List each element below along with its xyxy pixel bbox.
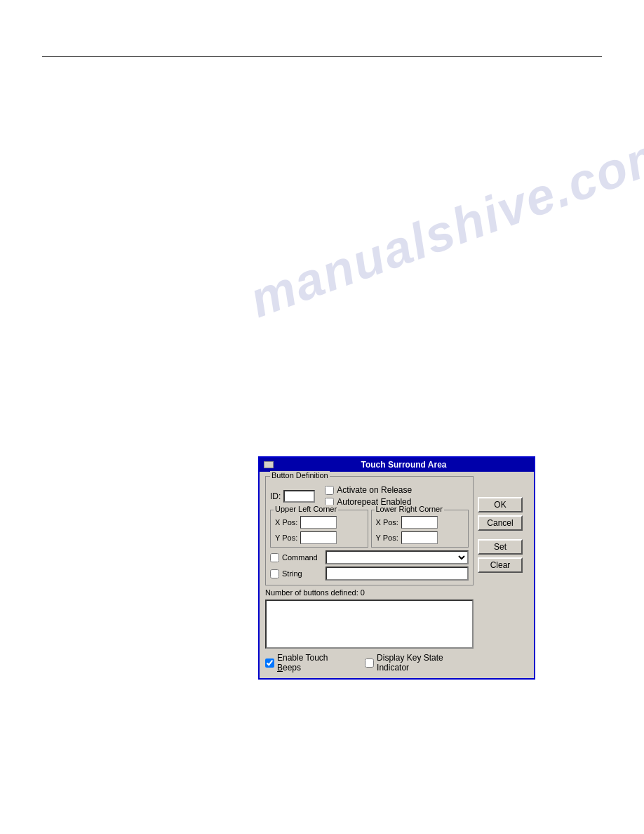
dialog-window: Touch Surround Area OK Cancel Set Clear … [258,456,535,680]
buttons-list [265,600,474,649]
upper-left-corner-group: Upper Left Corner X Pos: Y Pos: [270,510,368,548]
display-key-state-label: Display Key State Indicator [377,653,474,673]
upper-left-title: Upper Left Corner [274,505,338,513]
ok-button[interactable]: OK [478,497,523,512]
checkboxes-col: Activate on Release Autorepeat Enabled [325,485,412,507]
lrc-y-row: Y Pos: [376,531,464,544]
lrc-x-input[interactable] [401,516,438,529]
ulc-y-row: Y Pos: [275,531,363,544]
command-row: Command [270,550,469,564]
ulc-x-input[interactable] [300,516,337,529]
string-input[interactable] [326,567,469,581]
command-checkbox[interactable] [270,553,279,562]
button-definition-title: Button Definition [270,471,330,479]
ulc-y-label: Y Pos: [275,534,297,542]
button-definition-group: Button Definition ID: Activate on Releas… [265,476,474,585]
string-label: String [282,569,323,578]
activate-on-release-label: Activate on Release [337,485,412,495]
bottom-row: Enable Touch Beeps Display Key State Ind… [265,653,474,673]
num-buttons-value: 0 [361,588,365,597]
lower-right-title: Lower Right Corner [375,505,444,513]
id-label: ID: [270,491,281,501]
activate-on-release-row: Activate on Release [325,485,412,495]
num-buttons-row: Number of buttons defined: 0 [265,588,474,597]
top-rule [42,56,602,57]
lrc-x-row: X Pos: [376,516,464,529]
num-buttons-label: Number of buttons defined: [265,588,358,597]
lrc-y-label: Y Pos: [376,534,398,542]
beeps-shortcut-char: B [277,663,283,673]
display-key-state-row: Display Key State Indicator [365,653,474,673]
clear-button[interactable]: Clear [478,557,523,573]
lrc-x-label: X Pos: [376,518,398,527]
command-label: Command [282,553,323,562]
ulc-x-row: X Pos: [275,516,363,529]
dialog-titlebar: Touch Surround Area [260,458,534,472]
string-checkbox[interactable] [270,569,279,578]
enable-touch-beeps-label: Enable Touch Beeps [277,653,351,673]
id-input[interactable] [283,490,315,503]
ulc-x-label: X Pos: [275,518,297,527]
lrc-y-input[interactable] [401,531,438,544]
command-select-wrapper [326,550,469,564]
set-button[interactable]: Set [478,539,523,555]
watermark: manualshive.com [242,122,644,329]
display-key-state-checkbox[interactable] [365,658,374,668]
string-row: String [270,567,469,581]
lower-right-corner-group: Lower Right Corner X Pos: Y Pos: [371,510,469,548]
dialog-inner: OK Cancel Set Clear Button Definition ID… [265,476,528,673]
enable-touch-beeps-row: Enable Touch Beeps [265,653,351,673]
command-select[interactable] [326,550,469,564]
corners-row: Upper Left Corner X Pos: Y Pos: Lower Ri… [270,510,469,548]
cmd-str-area: Command String [270,550,469,581]
dialog-title: Touch Surround Area [278,460,530,470]
right-buttons: OK Cancel Set Clear [478,497,523,573]
minimize-button[interactable] [264,461,274,468]
ulc-y-input[interactable] [300,531,337,544]
cancel-button[interactable]: Cancel [478,515,523,531]
enable-touch-beeps-checkbox[interactable] [265,658,274,668]
id-row: ID: Activate on Release Autorepeat Enabl… [270,485,469,507]
activate-on-release-checkbox[interactable] [325,486,334,495]
dialog-body: OK Cancel Set Clear Button Definition ID… [260,472,534,678]
